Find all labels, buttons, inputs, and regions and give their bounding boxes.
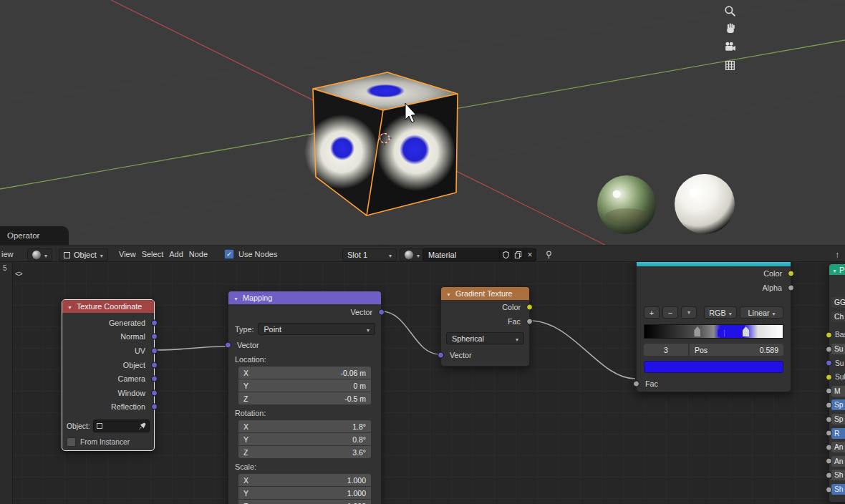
- shader-type-selector[interactable]: Object: [59, 248, 108, 261]
- input-metallic[interactable]: M: [829, 384, 845, 399]
- menu-view[interactable]: View: [116, 250, 139, 258]
- object-picker-field[interactable]: [93, 420, 150, 432]
- ramp-stop-active[interactable]: [718, 326, 724, 336]
- input-sheen-tint[interactable]: Sh: [829, 483, 845, 497]
- menu-node[interactable]: Node: [186, 250, 211, 258]
- gradient-type-dropdown[interactable]: Spherical: [446, 332, 524, 344]
- socket-vector-in[interactable]: [225, 342, 231, 349]
- node-principled-bsdf[interactable]: P GG Ch Bas Su Su Sub M Sp Sp R An An Sh…: [829, 263, 845, 503]
- slot-selector[interactable]: Slot 1: [342, 248, 397, 261]
- socket-anisotropic-rotation[interactable]: [826, 458, 832, 465]
- socket-object[interactable]: [151, 362, 158, 368]
- node-gradient-texture[interactable]: Gradient Texture Color Fac Spherical Vec…: [440, 286, 530, 367]
- location-y-field[interactable]: Y0 m: [238, 379, 371, 392]
- location-x-field[interactable]: X-0.06 m: [238, 367, 371, 379]
- input-anisotropic-rotation[interactable]: An: [829, 455, 845, 469]
- collapse-triangle-icon[interactable]: [832, 266, 837, 274]
- collapse-triangle-icon[interactable]: [67, 302, 72, 311]
- socket-vector-in[interactable]: [438, 352, 444, 359]
- color-mode-dropdown[interactable]: RGB: [704, 306, 737, 319]
- location-z-field[interactable]: Z-0.5 m: [238, 392, 371, 404]
- ramp-stop[interactable]: [694, 326, 700, 336]
- input-anisotropic[interactable]: An: [829, 440, 845, 455]
- node-header-gradient-texture[interactable]: Gradient Texture: [441, 287, 529, 300]
- socket-metallic[interactable]: [826, 388, 832, 394]
- mapping-type-dropdown[interactable]: Point: [258, 323, 375, 335]
- stop-position-field[interactable]: Pos 0.589: [690, 344, 783, 356]
- operator-panel-tab[interactable]: Operator: [0, 226, 69, 245]
- socket-specular-tint[interactable]: [826, 416, 832, 422]
- link-gradient-to-colorramp[interactable]: [530, 321, 635, 379]
- socket-window[interactable]: [151, 389, 158, 396]
- ramp-stop[interactable]: [743, 326, 749, 336]
- node-texture-coordinate[interactable]: Texture Coordinate Generated Normal UV O…: [62, 299, 155, 451]
- use-nodes-checkbox[interactable]: [224, 249, 234, 259]
- socket-reflection[interactable]: [151, 404, 158, 410]
- socket-sheen-tint[interactable]: [826, 486, 832, 493]
- node-header-principled[interactable]: P: [829, 264, 845, 275]
- socket-subsurface-color[interactable]: [826, 374, 832, 380]
- 3d-viewport[interactable]: Operator: [0, 0, 845, 245]
- socket-color-out[interactable]: [788, 271, 794, 277]
- color-ramp-gradient-bar[interactable]: [644, 324, 783, 339]
- socket-uv[interactable]: [151, 347, 158, 354]
- rotation-x-field[interactable]: X1.8°: [238, 420, 371, 432]
- socket-subsurface-radius[interactable]: [826, 360, 832, 367]
- subsurface-method-dropdown[interactable]: Ch: [829, 310, 845, 324]
- node-mapping[interactable]: Mapping Vector Type: Point Vector Locati…: [228, 291, 382, 504]
- rotation-z-field[interactable]: Z3.6°: [238, 446, 371, 458]
- clipped-view-menu[interactable]: iew: [1, 246, 14, 262]
- node-header-texture-coordinate[interactable]: Texture Coordinate: [62, 300, 154, 313]
- collapse-triangle-icon[interactable]: [446, 289, 451, 298]
- socket-color-out[interactable]: [526, 304, 533, 311]
- socket-vector-out[interactable]: [378, 309, 385, 316]
- socket-anisotropic[interactable]: [826, 444, 832, 450]
- input-roughness[interactable]: R: [829, 426, 845, 440]
- duplicate-material-icon[interactable]: [512, 248, 524, 261]
- distribution-dropdown[interactable]: GG: [829, 296, 845, 310]
- input-subsurface[interactable]: Su: [829, 342, 845, 357]
- editor-type-selector[interactable]: [27, 248, 52, 261]
- node-editor-canvas[interactable]: 5 <> Texture Coordinate Generated Normal…: [0, 262, 845, 504]
- menu-add[interactable]: Add: [166, 250, 186, 258]
- socket-fac-in[interactable]: [633, 381, 639, 387]
- add-stop-button[interactable]: +: [644, 306, 660, 319]
- menu-select[interactable]: Select: [139, 250, 167, 258]
- input-sheen[interactable]: Sh: [829, 468, 845, 483]
- orthographic-grid-icon[interactable]: [722, 57, 738, 73]
- scale-x-field[interactable]: X1.000: [238, 474, 371, 486]
- socket-normal[interactable]: [151, 334, 158, 340]
- active-stop-color-swatch[interactable]: [644, 361, 783, 373]
- socket-alpha-out[interactable]: [788, 285, 794, 291]
- socket-subsurface[interactable]: [826, 346, 832, 352]
- socket-base-color[interactable]: [826, 331, 832, 338]
- input-specular[interactable]: Sp: [829, 398, 845, 412]
- zoom-icon[interactable]: [722, 3, 738, 19]
- textured-cube[interactable]: [304, 72, 458, 215]
- pin-icon[interactable]: [544, 250, 554, 260]
- collapse-triangle-icon[interactable]: [233, 294, 238, 302]
- scale-z-field[interactable]: Z1.000: [238, 500, 371, 504]
- node-header-mapping[interactable]: Mapping: [228, 291, 381, 304]
- socket-generated[interactable]: [151, 319, 158, 326]
- link-mapping-to-gradient[interactable]: [382, 311, 440, 354]
- camera-view-icon[interactable]: [722, 39, 738, 54]
- socket-sheen[interactable]: [826, 472, 832, 478]
- link-uv-to-mapping[interactable]: [155, 346, 227, 350]
- node-color-ramp[interactable]: Color Alpha + − RGB Linear: [636, 262, 791, 392]
- active-stop-index-field[interactable]: 3: [644, 344, 688, 356]
- material-name-field[interactable]: Material: [422, 248, 500, 261]
- fake-user-shield-icon[interactable]: [500, 248, 512, 261]
- expand-header-arrow-icon[interactable]: [835, 246, 840, 262]
- socket-specular[interactable]: [826, 402, 832, 408]
- sidebar-toggle-icon[interactable]: <>: [15, 270, 22, 278]
- socket-fac-out[interactable]: [526, 319, 533, 325]
- pan-hand-icon[interactable]: [722, 20, 738, 36]
- interpolation-dropdown[interactable]: Linear: [740, 306, 783, 319]
- unlink-material-icon[interactable]: [524, 248, 536, 261]
- scale-y-field[interactable]: Y1.000: [238, 487, 371, 499]
- socket-camera[interactable]: [151, 376, 158, 382]
- socket-roughness[interactable]: [826, 430, 832, 437]
- material-browser-dropdown[interactable]: [400, 248, 425, 261]
- eyedropper-icon[interactable]: [138, 422, 146, 430]
